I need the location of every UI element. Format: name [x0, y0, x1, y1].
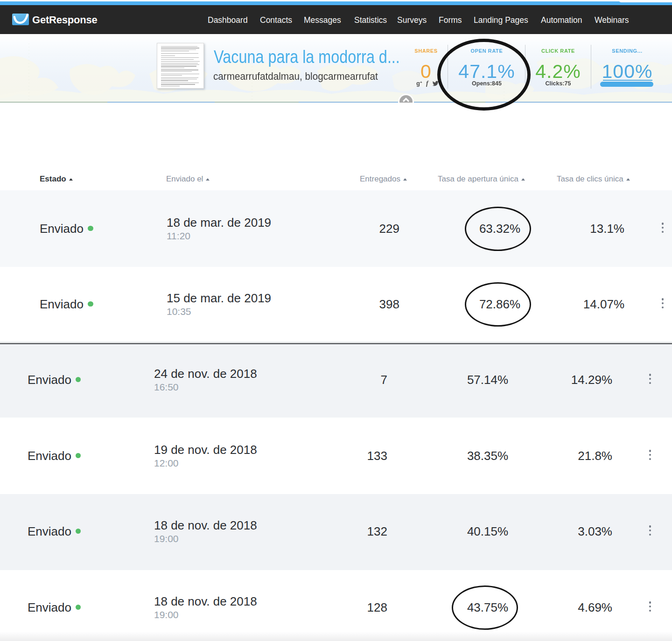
svg-text:g: g [416, 80, 420, 87]
svg-text:+: + [420, 80, 422, 84]
svg-text:f: f [426, 80, 429, 87]
